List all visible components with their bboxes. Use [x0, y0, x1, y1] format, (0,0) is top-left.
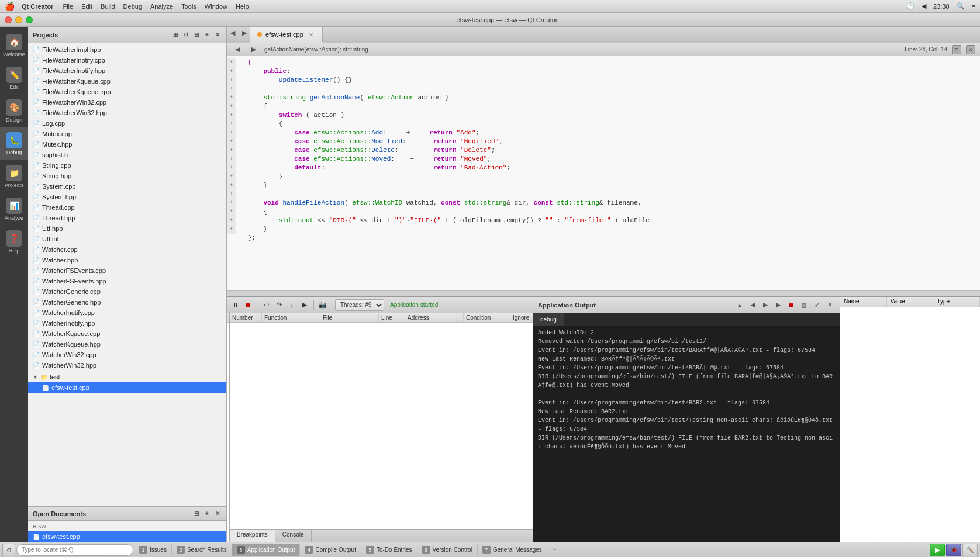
file-item[interactable]: 📄 WatcherFSEvents.hpp	[28, 276, 226, 286]
file-item[interactable]: 📄 Thread.cpp	[28, 202, 226, 213]
debug-menu[interactable]: Debug	[123, 3, 142, 10]
od-file-item[interactable]: 📄 efsw-test.cpp	[28, 531, 226, 542]
nav-debug[interactable]: 🐛 Debug	[0, 127, 28, 160]
info-fwd-btn[interactable]: ▶	[248, 44, 260, 56]
nav-design[interactable]: 🎨 Design	[0, 95, 28, 127]
status-tab-issues[interactable]: 1 Issues	[134, 544, 172, 556]
file-item[interactable]: 📄 Utf.inl	[28, 234, 226, 244]
info-close-btn[interactable]: ✕	[966, 45, 975, 54]
file-item[interactable]: 📄 WatcherWin32.cpp	[28, 350, 226, 360]
nav-help[interactable]: ❓ Help	[0, 226, 28, 258]
od-expand-icon[interactable]: ⊟	[192, 510, 201, 518]
tab-breakpoints[interactable]: Breakpoints	[230, 530, 275, 542]
stop-button[interactable]: ⏹	[242, 299, 254, 311]
status-tab-general[interactable]: 7 General Messages	[478, 544, 547, 556]
sidebar-collapse-icon[interactable]: ⊟	[192, 31, 201, 39]
file-item[interactable]: 📄 FileWatcherWin32.hpp	[28, 108, 226, 118]
ao-next-btn[interactable]: ▶	[760, 300, 771, 310]
ao-stop-btn[interactable]: ⏹	[786, 300, 796, 310]
file-item[interactable]: 📄 System.hpp	[28, 192, 226, 202]
file-item[interactable]: 📄 WatcherGeneric.cpp	[28, 286, 226, 297]
sidebar-filter-icon[interactable]: ⊞	[171, 31, 180, 39]
file-item[interactable]: 📄 FileWatcherKqueue.cpp	[28, 76, 226, 87]
file-item[interactable]: 📄 Watcher.cpp	[28, 244, 226, 255]
file-item[interactable]: 📄 String.cpp	[28, 160, 226, 171]
ao-prev-btn[interactable]: ◀	[747, 300, 758, 310]
menu-extra-icon[interactable]: ≡	[972, 3, 975, 10]
file-item[interactable]: 📄 Watcher.hpp	[28, 255, 226, 265]
threads-selector[interactable]: Threads: #9	[335, 299, 384, 311]
continue-button[interactable]: ▶	[299, 299, 310, 311]
status-settings-btn[interactable]: ⚙	[2, 544, 15, 556]
tab-console[interactable]: Console	[275, 530, 312, 542]
ao-tab-debug[interactable]: debug	[533, 313, 564, 326]
file-item[interactable]: 📄 System.cpp	[28, 181, 226, 192]
build-button[interactable]: 🔨	[962, 544, 978, 556]
nav-edit[interactable]: ✏️ Edit	[0, 62, 28, 95]
status-tab-compile[interactable]: 4 Compile Output	[300, 544, 361, 556]
code-content[interactable]: + { + public: + UpdateListener() {} +	[227, 56, 980, 290]
ao-run-btn[interactable]: ▶	[773, 300, 784, 310]
ao-clear-btn[interactable]: 🗑	[799, 300, 809, 310]
info-split-btn[interactable]: ⊟	[952, 45, 961, 54]
file-item[interactable]: 📄 FileWatcherKqueue.hpp	[28, 87, 226, 97]
ao-expand-btn[interactable]: ⤢	[812, 300, 822, 310]
file-item[interactable]: 📄 FileWatcherInotify.hpp	[28, 65, 226, 76]
sidebar-sync-icon[interactable]: ↺	[182, 31, 190, 39]
search-menu-icon[interactable]: 🔍	[957, 2, 965, 10]
file-item[interactable]: 📄 Mutex.cpp	[28, 129, 226, 139]
ao-up-btn[interactable]: ▲	[734, 300, 745, 310]
info-back-btn[interactable]: ◀	[232, 44, 243, 56]
od-close-icon[interactable]: ✕	[213, 510, 222, 518]
window-menu[interactable]: Window	[205, 3, 227, 10]
apple-menu[interactable]: 🍎	[5, 2, 15, 11]
file-item[interactable]: 📄 Utf.hpp	[28, 223, 226, 234]
status-tab-todo[interactable]: 5 To-Do Entries	[361, 544, 417, 556]
file-item[interactable]: 📄 WatcherInotify.cpp	[28, 307, 226, 318]
file-item[interactable]: 📄 WatcherInotify.hpp	[28, 318, 226, 328]
edit-menu[interactable]: Edit	[81, 3, 92, 10]
help-menu[interactable]: Help	[236, 3, 249, 10]
status-tab-version-control[interactable]: 6 Version Control	[417, 544, 478, 556]
tab-nav-prev[interactable]: ◀	[227, 27, 239, 39]
build-menu[interactable]: Build	[101, 3, 115, 10]
file-menu[interactable]: File	[63, 3, 73, 10]
file-item[interactable]: 📄 WatcherFSEvents.cpp	[28, 265, 226, 276]
status-tab-more[interactable]: ⋯	[547, 544, 563, 556]
ao-close-btn[interactable]: ✕	[824, 300, 835, 310]
status-search-input[interactable]	[16, 544, 133, 556]
step-over-button[interactable]: ↷	[273, 299, 285, 311]
pause-button[interactable]: ⏸	[229, 299, 241, 311]
maximize-button[interactable]	[26, 16, 33, 23]
status-tab-search-results[interactable]: 2 Search Results	[172, 544, 232, 556]
app-menu[interactable]: Qt Creator	[22, 3, 53, 10]
snapshot-button[interactable]: 📷	[317, 299, 329, 311]
analyze-menu[interactable]: Analyze	[150, 3, 173, 10]
file-item[interactable]: 📄 WatcherKqueue.hpp	[28, 339, 226, 350]
editor-tab-efsw-test[interactable]: efsw-test.cpp ✕	[250, 27, 323, 43]
debug-run-button[interactable]: 🐞	[946, 544, 961, 556]
file-item[interactable]: 📄 WatcherGeneric.hpp	[28, 297, 226, 307]
nav-analyze[interactable]: 📊 Analyze	[0, 193, 28, 226]
selected-file-item[interactable]: 📄 efsw-test.cpp	[28, 382, 226, 393]
file-item[interactable]: 📄 Thread.hpp	[28, 213, 226, 223]
minimize-button[interactable]	[15, 16, 22, 23]
nav-welcome[interactable]: 🏠 Welcome	[0, 29, 28, 62]
folder-item[interactable]: ▼ 📁 test	[28, 372, 226, 382]
tools-menu[interactable]: Tools	[181, 3, 196, 10]
file-item[interactable]: 📄 WatcherWin32.hpp	[28, 360, 226, 371]
file-item[interactable]: 📄 FileWatcherImpl.hpp	[28, 44, 226, 55]
sidebar-add-icon[interactable]: +	[203, 31, 211, 39]
close-button[interactable]	[5, 16, 12, 23]
nav-projects[interactable]: 📁 Projects	[0, 160, 28, 193]
tab-close-button[interactable]: ✕	[307, 30, 315, 39]
file-item[interactable]: 📄 String.hpp	[28, 171, 226, 181]
file-item[interactable]: 📄 Mutex.hpp	[28, 139, 226, 150]
run-button[interactable]: ▶	[930, 544, 945, 556]
file-item[interactable]: 📄 FileWatcherWin32.cpp	[28, 97, 226, 108]
tab-nav-next[interactable]: ▶	[239, 27, 250, 39]
status-tab-app-output[interactable]: 3 Application Output	[232, 544, 301, 556]
step-into-button[interactable]: ↓	[286, 299, 298, 311]
file-item[interactable]: 📄 sophist.h	[28, 150, 226, 160]
file-item[interactable]: 📄 WatcherKqueue.cpp	[28, 328, 226, 339]
